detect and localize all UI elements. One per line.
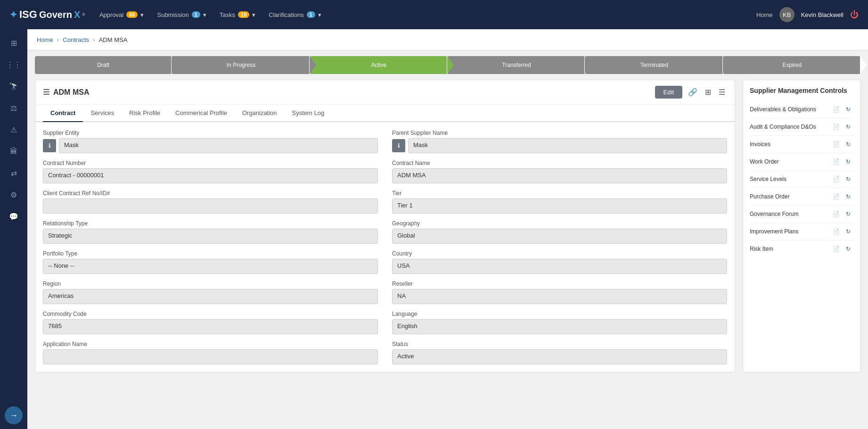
- nav-tasks[interactable]: Tasks 19 ▾: [220, 11, 255, 18]
- progress-step-expired[interactable]: Expired: [724, 56, 860, 74]
- service-levels-refresh-icon[interactable]: ↻: [843, 174, 853, 184]
- progress-draft-label: Draft: [97, 62, 109, 68]
- nav-approval-label: Approval: [99, 11, 123, 18]
- tab-system-log[interactable]: System Log: [285, 105, 332, 122]
- work-order-refresh-icon[interactable]: ↻: [843, 157, 853, 167]
- contract-name-group: Contract Name ADM MSA: [392, 160, 727, 183]
- invoices-refresh-icon[interactable]: ↻: [843, 139, 853, 149]
- balance-icon[interactable]: ⚖: [5, 99, 23, 117]
- grid-icon[interactable]: ⋮⋮: [5, 56, 23, 74]
- reseller-value: NA: [392, 289, 727, 304]
- nav-submission-chevron: ▾: [203, 11, 206, 18]
- contract-name-label: Contract Name: [392, 160, 727, 166]
- deliverables-label: Deliverables & Obligations: [750, 106, 816, 113]
- reseller-label: Reseller: [392, 280, 727, 287]
- tab-organization[interactable]: Organization: [235, 105, 285, 122]
- panel-item-governance-forum: Governance Forum 📄 ↻: [750, 206, 853, 223]
- home-link[interactable]: Home: [756, 11, 773, 18]
- nav-submission[interactable]: Submission 1 ▾: [157, 11, 206, 18]
- governance-forum-refresh-icon[interactable]: ↻: [843, 209, 853, 219]
- transfer-icon[interactable]: ⇄: [5, 164, 23, 182]
- breadcrumb-contracts[interactable]: Contracts: [63, 36, 89, 43]
- status-value: Active: [392, 349, 727, 364]
- progress-step-inprogress[interactable]: In Progress: [172, 56, 309, 74]
- list-icon[interactable]: ☰: [717, 86, 727, 99]
- risk-item-doc-icon[interactable]: 📄: [831, 244, 841, 254]
- attachment-icon[interactable]: 🔗: [686, 86, 699, 99]
- card-header: ☰ ADM MSA Edit 🔗 ⊞ ☰: [35, 80, 735, 105]
- tab-contract[interactable]: Contract: [43, 105, 83, 122]
- nav-approval[interactable]: Approval 66 ▾: [99, 11, 144, 18]
- nav-tasks-label: Tasks: [220, 11, 235, 18]
- left-sidebar: ⊞ ⋮⋮ 🔭 ⚖ ⚠ 🏛 ⇄ ⚙ 💬 →: [0, 29, 27, 429]
- panel-item-deliverables: Deliverables & Obligations 📄 ↻: [750, 101, 853, 118]
- purchase-order-refresh-icon[interactable]: ↻: [843, 191, 853, 202]
- binoculars-icon[interactable]: 🔭: [5, 77, 23, 95]
- breadcrumb-home[interactable]: Home: [37, 36, 53, 43]
- progress-step-draft[interactable]: Draft: [35, 56, 172, 74]
- commodity-code-group: Commodity Code 7685: [43, 311, 378, 334]
- geography-label: Geography: [392, 220, 727, 227]
- work-order-label: Work Order: [750, 158, 779, 165]
- relationship-type-group: Relationship Type Strategic: [43, 220, 378, 244]
- power-icon[interactable]: ⏻: [850, 10, 859, 20]
- nav-tasks-badge: 19: [238, 11, 249, 18]
- edit-button[interactable]: Edit: [655, 86, 682, 99]
- service-levels-doc-icon[interactable]: 📄: [831, 174, 841, 184]
- improvement-plans-refresh-icon[interactable]: ↻: [843, 226, 853, 237]
- deliverables-doc-icon[interactable]: 📄: [831, 104, 841, 115]
- governance-forum-doc-icon[interactable]: 📄: [831, 209, 841, 219]
- governance-forum-label: Governance Forum: [750, 211, 798, 217]
- portfolio-type-value: -- None --: [43, 259, 378, 274]
- improvement-plans-doc-icon[interactable]: 📄: [831, 226, 841, 237]
- breadcrumb-sep-2: ›: [93, 36, 95, 43]
- risk-item-icons: 📄 ↻: [831, 244, 853, 254]
- country-label: Country: [392, 250, 727, 257]
- warning-icon[interactable]: ⚠: [5, 121, 23, 139]
- nav-clarifications-label: Clarifications: [269, 11, 303, 18]
- logo-isg: ISG: [19, 8, 37, 21]
- contract-card: ☰ ADM MSA Edit 🔗 ⊞ ☰ Contract Services R…: [35, 80, 735, 372]
- portfolio-type-group: Portfolio Type -- None --: [43, 250, 378, 274]
- risk-item-label: Risk Item: [750, 246, 773, 252]
- tab-risk-profile[interactable]: Risk Profile: [122, 105, 168, 122]
- main-layout: ⊞ ⋮⋮ 🔭 ⚖ ⚠ 🏛 ⇄ ⚙ 💬 → Home › Contracts › …: [0, 29, 868, 429]
- tab-services[interactable]: Services: [83, 105, 122, 122]
- audit-label: Audit & Compliance D&Os: [750, 124, 816, 130]
- progress-step-terminated[interactable]: Terminated: [586, 56, 722, 74]
- chat-icon[interactable]: 💬: [5, 207, 23, 225]
- progress-active-label: Active: [371, 62, 386, 68]
- geography-value: Global: [392, 229, 727, 244]
- audit-refresh-icon[interactable]: ↻: [843, 122, 853, 132]
- commodity-code-value: 7685: [43, 319, 378, 334]
- risk-item-refresh-icon[interactable]: ↻: [843, 244, 853, 254]
- building-icon[interactable]: 🏛: [5, 142, 23, 160]
- invoices-doc-icon[interactable]: 📄: [831, 139, 841, 149]
- dashboard-icon[interactable]: ⊞: [5, 34, 23, 52]
- purchase-order-icons: 📄 ↻: [831, 191, 853, 202]
- language-value: English: [392, 319, 727, 334]
- invoices-label: Invoices: [750, 141, 770, 148]
- nav-tasks-chevron: ▾: [252, 11, 255, 18]
- application-name-value: [43, 349, 378, 364]
- progress-step-active[interactable]: Active: [311, 56, 447, 74]
- purchase-order-doc-icon[interactable]: 📄: [831, 191, 841, 202]
- deliverables-refresh-icon[interactable]: ↻: [843, 104, 853, 115]
- nav-clarifications[interactable]: Clarifications 1 ▾: [269, 11, 321, 18]
- progress-step-transferred[interactable]: Transferred: [448, 56, 585, 74]
- settings-icon[interactable]: ⚙: [5, 186, 23, 204]
- logo-star: ✦: [9, 9, 17, 20]
- supplier-entity-info-icon[interactable]: ℹ: [43, 139, 56, 152]
- tab-commercial-profile[interactable]: Commerical Profile: [168, 105, 235, 122]
- nav-approval-chevron: ▾: [140, 11, 144, 18]
- sidebar-expand-button[interactable]: →: [5, 406, 23, 424]
- progress-transferred-label: Transferred: [502, 62, 531, 68]
- hamburger-icon: ☰: [43, 88, 49, 97]
- improvement-plans-icons: 📄 ↻: [831, 226, 853, 237]
- work-order-doc-icon[interactable]: 📄: [831, 157, 841, 167]
- table-icon[interactable]: ⊞: [703, 86, 713, 99]
- deliverables-icons: 📄 ↻: [831, 104, 853, 115]
- supplier-entity-input-wrapper: ℹ Mask: [43, 138, 378, 153]
- audit-doc-icon[interactable]: 📄: [831, 122, 841, 132]
- parent-supplier-info-icon[interactable]: ℹ: [392, 139, 405, 152]
